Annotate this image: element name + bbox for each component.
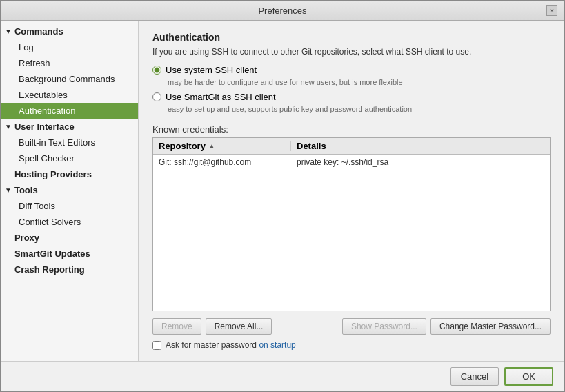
radio-smartgit-ssh-option[interactable]: Use SmartGit as SSH client [152,92,551,102]
collapse-arrow-user-interface: ▼ [5,123,12,130]
ask-master-password-checkbox[interactable] [152,341,161,350]
sidebar-group-smartgit-updates-label: SmartGit Updates [14,248,90,259]
sidebar-item-spell-checker[interactable]: Spell Checker [1,150,138,166]
sidebar: ▼ Commands Log Refresh Background Comman… [1,21,139,361]
change-master-password-button[interactable]: Change Master Password... [430,318,551,335]
sidebar-group-tools: ▼ Tools Diff Tools Conflict Solvers [1,182,138,230]
master-password-checkbox-row: Ask for master password on startup [152,340,551,350]
sidebar-group-proxy-label: Proxy [14,233,39,243]
sidebar-group-crash-reporting-header[interactable]: ▼ Crash Reporting [1,262,138,277]
radio-smartgit-ssh-input[interactable] [152,92,161,101]
sidebar-group-tools-header[interactable]: ▼ Tools [1,182,138,198]
table-header: Repository ▲ Details [153,138,550,155]
section-desc: If you are using SSH to connect to other… [152,47,551,57]
section-title: Authentication [152,32,551,43]
credentials-table: Repository ▲ Details Git: ssh://git@gith… [152,137,551,311]
sidebar-group-tools-label: Tools [14,185,38,195]
sidebar-item-diff-tools[interactable]: Diff Tools [1,198,138,214]
show-password-button[interactable]: Show Password... [342,318,426,335]
table-row[interactable]: Git: ssh://git@github.com private key: ~… [153,155,550,170]
sidebar-group-user-interface-header[interactable]: ▼ User Interface [1,119,138,135]
table-col-details-header: Details [291,141,550,151]
table-col-repo-header[interactable]: Repository ▲ [153,141,291,151]
sidebar-item-log[interactable]: Log [1,39,138,55]
radio-system-ssh-sub: may be harder to configure and use for n… [168,78,551,86]
sidebar-item-built-in-text-editors[interactable]: Built-in Text Editors [1,135,138,150]
sidebar-group-hosting-providers: ▼ Hosting Providers [1,166,138,182]
sidebar-group-hosting-providers-label: Hosting Providers [14,169,92,179]
sidebar-group-proxy-header[interactable]: ▼ Proxy [1,230,138,246]
main-panel: Authentication If you are using SSH to c… [139,21,564,361]
radio-system-ssh-input[interactable] [152,66,161,75]
sidebar-item-authentication[interactable]: Authentication [1,103,138,119]
on-startup-link[interactable]: on startup [259,340,295,350]
radio-system-ssh-label: Use system SSH client [166,65,257,75]
sidebar-group-user-interface-label: User Interface [14,121,75,132]
sidebar-group-crash-reporting: ▼ Crash Reporting [1,262,138,277]
sidebar-group-smartgit-updates: ▼ SmartGit Updates [1,246,138,262]
sort-arrow-repo: ▲ [208,142,215,150]
table-cell-details: private key: ~/.ssh/id_rsa [291,157,550,167]
sidebar-group-smartgit-updates-header[interactable]: ▼ SmartGit Updates [1,246,138,262]
content-area: ▼ Commands Log Refresh Background Comman… [1,21,564,361]
ok-button[interactable]: OK [504,367,553,386]
close-button[interactable]: × [546,5,557,16]
collapse-arrow-tools: ▼ [5,186,12,194]
sidebar-item-conflict-solvers[interactable]: Conflict Solvers [1,214,138,230]
remove-all-button[interactable]: Remove All... [206,318,272,335]
dialog-title: Preferences [19,6,546,16]
preferences-dialog: Preferences × ▼ Commands Log Refresh Bac… [0,0,565,392]
sidebar-group-commands-label: Commands [14,26,63,37]
remove-button[interactable]: Remove [152,318,201,335]
sidebar-group-user-interface: ▼ User Interface Built-in Text Editors S… [1,119,138,166]
ask-master-password-label: Ask for master password on startup [166,340,296,350]
title-bar: Preferences × [1,1,564,21]
known-credentials-label: Known credentials: [152,124,551,135]
sidebar-item-executables[interactable]: Executables [1,87,138,103]
cancel-button[interactable]: Cancel [450,367,499,386]
sidebar-group-proxy: ▼ Proxy [1,230,138,246]
sidebar-group-commands: ▼ Commands Log Refresh Background Comman… [1,23,138,119]
radio-smartgit-ssh-sub: easy to set up and use, supports public … [168,105,551,113]
sidebar-group-commands-header[interactable]: ▼ Commands [1,23,138,39]
radio-smartgit-ssh-label: Use SmartGit as SSH client [166,92,276,102]
table-cell-repo: Git: ssh://git@github.com [153,157,291,167]
sidebar-group-crash-reporting-label: Crash Reporting [14,264,85,275]
sidebar-group-hosting-providers-header[interactable]: ▼ Hosting Providers [1,166,138,182]
radio-system-ssh-option[interactable]: Use system SSH client [152,65,551,75]
bottom-bar: Cancel OK [1,361,564,391]
credentials-button-row: Remove Remove All... Show Password... Ch… [152,318,551,335]
collapse-arrow-commands: ▼ [5,28,12,35]
sidebar-item-refresh[interactable]: Refresh [1,55,138,71]
sidebar-item-background-commands[interactable]: Background Commands [1,71,138,87]
